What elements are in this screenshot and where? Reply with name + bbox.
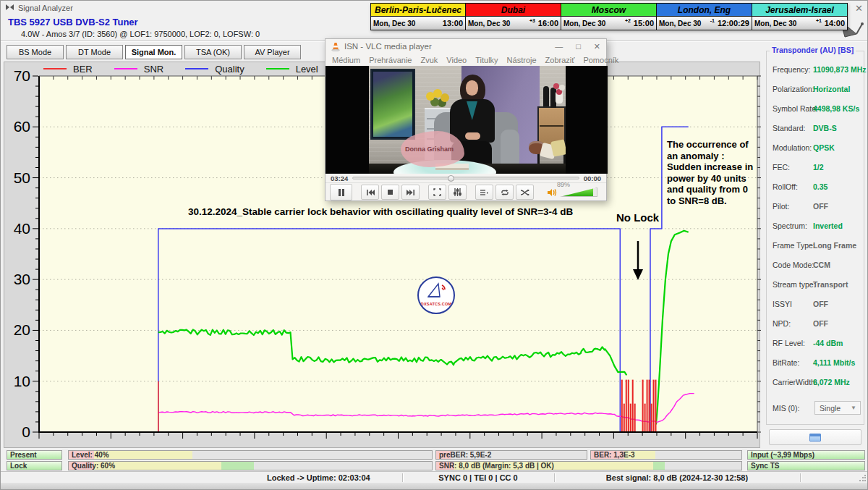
tuner-details: 4.0W - Amos 3/7 (ID: 3560) @ LOF1: 97500… [21, 30, 260, 38]
field-value: QPSK [813, 143, 835, 152]
transponder-field-rolloff: RollOff:0.35 [773, 182, 862, 191]
field-value: CCM [813, 261, 830, 269]
vlc-time-total: 00:00 [584, 174, 601, 182]
level-meter: Level: 40% [68, 450, 433, 460]
lock-indicator: Lock [7, 461, 62, 470]
extended-settings-button[interactable] [448, 185, 467, 200]
vlc-window: ISN - VLC media player — □ ✕ Médium Preh… [325, 38, 607, 201]
transponder-field-frametype: Frame Type:Long Frame [773, 241, 862, 250]
vlc-menu-view[interactable]: Zobraziť [545, 56, 575, 64]
vlc-menu-subtitles[interactable]: Titulky [475, 56, 498, 64]
vlc-video-area[interactable]: Donna Grisham [326, 66, 608, 174]
clock-name: London, Eng [657, 4, 752, 17]
field-value: 6,072 MHz [813, 378, 850, 386]
transponder-field-npd: NPD:OFF [773, 319, 862, 328]
scene-vase-flowers [553, 83, 559, 89]
field-value: 1/2 [813, 163, 824, 172]
transponder-list-button[interactable] [769, 429, 861, 445]
field-value: Inverted [813, 221, 843, 230]
field-label: Code Mode: [773, 261, 814, 269]
volume-icon[interactable] [548, 188, 557, 197]
transponder-field-codemode: Code Mode:CCM [773, 261, 862, 269]
next-button[interactable] [401, 185, 420, 200]
clock-date: Mon, Dec 30 [754, 20, 796, 28]
transponder-field-frequency: Frequency:11090,873 MHz [773, 65, 862, 74]
vlc-control-bar: 89% [326, 182, 606, 201]
field-label: Standard: [773, 124, 806, 132]
field-label: Stream type: [773, 280, 816, 289]
playlist-button[interactable] [475, 185, 493, 200]
legend-ber-label: BER [73, 64, 93, 75]
preber-meter: preBER: 5,9E-2 [435, 450, 587, 460]
volume-fill [561, 188, 593, 196]
clock-name: Jerusalem-Israel [752, 4, 847, 17]
vlc-maximize-icon[interactable]: □ [576, 42, 581, 51]
scene-yellow-flowers [426, 92, 435, 101]
field-label: RF Level: [773, 339, 805, 347]
field-value: DVB-S [813, 124, 837, 132]
y-tick-label: 10 [14, 373, 30, 389]
field-label: Symbol Rate: [773, 104, 818, 113]
present-indicator: Present [7, 450, 62, 460]
previous-button[interactable] [361, 185, 379, 200]
shuffle-button[interactable] [516, 185, 534, 200]
tab-av-player[interactable]: AV Player [244, 45, 301, 59]
world-clocks-panel: Berlin-Paris-Lučenec Mon, Dec 3013:00 Du… [370, 3, 848, 30]
tab-tsa[interactable]: TSA (OK) [184, 45, 242, 59]
mis-dropdown[interactable]: Single ▼ [814, 401, 861, 415]
snr-meter: SNR: 8,0 dB (Margin: 5,3 dB | OK) [435, 461, 742, 470]
volume-slider[interactable] [560, 187, 597, 197]
clock-offset: -1 [710, 18, 715, 23]
transponder-panel: Transponder (AU) [BS] Frequency:11090,87… [765, 44, 867, 448]
transponder-field-bitrate: BitRate:4,111 Mbit/s [773, 358, 862, 367]
field-value: 4,111 Mbit/s [813, 358, 855, 367]
vlc-menu-help[interactable]: Pomocník [583, 56, 618, 64]
transponder-field-polarization: Polarization:Horizontal [773, 85, 862, 93]
vlc-minimize-icon[interactable]: — [555, 42, 563, 51]
clock-offset: +3 [529, 18, 535, 23]
loop-button[interactable] [495, 185, 514, 200]
field-value: OFF [813, 300, 828, 308]
scene-armchair-arm-right [501, 130, 519, 164]
vlc-menubar: Médium Prehrávanie Zvuk Video Titulky Ná… [326, 54, 606, 66]
tab-signal-mon[interactable]: Signal Mon. [125, 45, 182, 59]
pause-button[interactable] [330, 184, 352, 200]
mis-value: Single [820, 404, 841, 413]
field-label: Polarization: [773, 85, 814, 93]
stop-button[interactable] [381, 185, 399, 200]
field-value: OFF [813, 319, 828, 328]
vlc-menu-playback[interactable]: Prehrávanie [369, 56, 412, 64]
vlc-time-elapsed: 03:24 [331, 174, 348, 182]
vlc-menu-audio[interactable]: Zvuk [420, 56, 438, 64]
legend-quality-swatch [185, 68, 208, 69]
vlc-seek-bar[interactable] [352, 177, 579, 179]
y-tick-label: 0 [22, 423, 30, 440]
close-icon[interactable]: ✕ [855, 5, 863, 12]
legend-ber-swatch [43, 68, 67, 69]
field-value: Long Frame [813, 241, 856, 250]
vlc-menu-medium[interactable]: Médium [332, 56, 360, 64]
fullscreen-button[interactable] [428, 185, 446, 200]
scene-sculpture [543, 86, 549, 106]
transponder-field-standard: Standard:DVB-S [773, 124, 862, 132]
chevron-down-icon: ▼ [851, 405, 856, 411]
resize-grip[interactable] [859, 475, 866, 482]
clock-time: 14:00 [825, 19, 845, 28]
clock-moscow: Moscow Mon, Dec 30+215:00 [561, 3, 657, 30]
clock-offset: +2 [625, 18, 631, 23]
vlc-menu-video[interactable]: Video [446, 56, 467, 64]
vlc-seek-knob[interactable] [448, 175, 454, 182]
mis-label: MIS (0): [773, 404, 799, 413]
tab-bs-mode[interactable]: BS Mode [7, 45, 64, 59]
field-value: Transport [813, 280, 848, 289]
tab-dt-mode[interactable]: DT Mode [66, 45, 123, 59]
y-tick-label: 30 [14, 271, 30, 287]
list-icon [809, 434, 821, 442]
vlc-close-icon[interactable]: ✕ [594, 42, 600, 51]
vlc-titlebar[interactable]: ISN - VLC media player — □ ✕ [326, 39, 606, 54]
scene-caption: Donna Grisham [405, 145, 454, 153]
vlc-menu-tools[interactable]: Nástroje [507, 56, 537, 64]
legend-quality-label: Quality [215, 64, 244, 75]
dxsatcs-logo: DXSATCS.COM [417, 276, 455, 314]
field-label: FEC: [773, 163, 790, 172]
